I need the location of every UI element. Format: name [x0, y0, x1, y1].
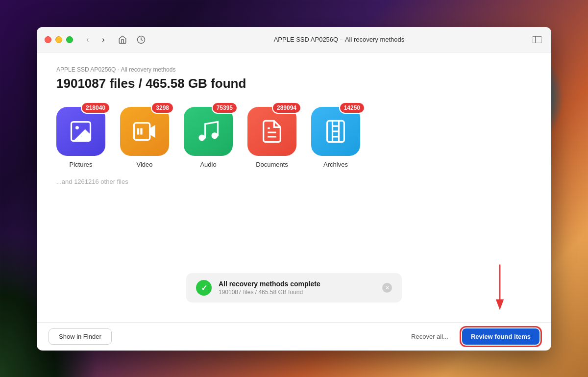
video-icon-bg: [120, 107, 169, 156]
categories-grid: 218040 Pictures 3298: [56, 107, 532, 168]
category-archives-icon-wrap: 14250: [311, 107, 360, 156]
archives-icon-bg: [311, 107, 360, 156]
nav-icons: [116, 33, 147, 46]
category-archives[interactable]: 14250 Archives: [311, 107, 360, 168]
status-title: All recovery methods complete: [219, 280, 375, 288]
fullscreen-button[interactable]: [66, 36, 73, 43]
arrow-annotation: [485, 262, 514, 313]
video-icon: [132, 119, 157, 144]
category-documents[interactable]: 289094 Documents: [247, 107, 296, 168]
documents-icon: [259, 119, 285, 144]
pictures-badge: 218040: [81, 102, 110, 114]
forward-button[interactable]: ›: [97, 33, 110, 47]
main-title: 1901087 files / 465.58 GB found: [56, 76, 532, 91]
svg-point-5: [75, 126, 79, 129]
minimize-button[interactable]: [55, 36, 62, 43]
breadcrumb: APPLE SSD AP0256Q - All recovery methods: [56, 66, 532, 73]
documents-icon-bg: [247, 107, 296, 156]
nav-buttons: ‹ ›: [81, 33, 110, 47]
category-pictures-icon-wrap: 218040: [56, 107, 105, 156]
status-bar: ✓ All recovery methods complete 1901087 …: [56, 273, 532, 302]
audio-badge: 75395: [212, 102, 238, 114]
sidebar-toggle-icon[interactable]: [531, 33, 543, 46]
documents-label: Documents: [256, 161, 288, 168]
category-video[interactable]: 3298 Video: [120, 107, 169, 168]
audio-icon-bg: [184, 107, 233, 156]
back-button[interactable]: ‹: [81, 33, 95, 47]
category-pictures[interactable]: 218040 Pictures: [56, 107, 105, 168]
category-video-icon-wrap: 3298: [120, 107, 169, 156]
pictures-icon: [68, 119, 94, 144]
recover-all-button[interactable]: Recover all...: [405, 329, 454, 344]
arrow-icon: [485, 262, 514, 311]
main-content: APPLE SSD AP0256Q - All recovery methods…: [37, 52, 551, 322]
audio-label: Audio: [200, 161, 216, 168]
archives-icon: [323, 119, 348, 144]
svg-rect-1: [533, 36, 541, 43]
category-documents-icon-wrap: 289094: [247, 107, 296, 156]
app-window: ‹ › APPLE SSD AP0256Q – All recovery met…: [37, 27, 551, 351]
spacer: [56, 195, 532, 273]
pictures-icon-bg: [56, 107, 105, 156]
bottom-right-actions: Recover all... Review found items: [405, 328, 539, 345]
archives-label: Archives: [323, 161, 348, 168]
window-title: APPLE SSD AP0256Q – All recovery methods: [147, 36, 531, 43]
history-icon[interactable]: [135, 33, 147, 46]
video-label: Video: [136, 161, 152, 168]
svg-point-9: [199, 135, 205, 141]
home-icon[interactable]: [116, 33, 129, 46]
archives-badge: 14250: [339, 102, 365, 114]
video-badge: 3298: [151, 102, 174, 114]
status-check-icon: ✓: [196, 280, 212, 296]
titlebar: ‹ › APPLE SSD AP0256Q – All recovery met…: [37, 27, 551, 52]
category-audio-icon-wrap: 75395: [184, 107, 233, 156]
svg-point-10: [212, 132, 218, 139]
status-text: All recovery methods complete 1901087 fi…: [219, 280, 375, 296]
audio-icon: [196, 119, 221, 144]
show-in-finder-button[interactable]: Show in Finder: [49, 328, 112, 345]
status-notification: ✓ All recovery methods complete 1901087 …: [186, 273, 402, 302]
review-found-items-button[interactable]: Review found items: [462, 328, 539, 345]
category-audio[interactable]: 75395 Audio: [184, 107, 233, 168]
traffic-lights: [45, 36, 73, 43]
bottom-bar: Show in Finder Recover all... Review fou…: [37, 322, 551, 351]
documents-badge: 289094: [272, 102, 301, 114]
close-button[interactable]: [45, 36, 51, 43]
other-files-text: ...and 1261216 other files: [56, 178, 532, 185]
status-subtitle: 1901087 files / 465.58 GB found: [219, 289, 375, 296]
status-close-icon[interactable]: ✕: [382, 283, 392, 293]
pictures-label: Pictures: [70, 161, 93, 168]
